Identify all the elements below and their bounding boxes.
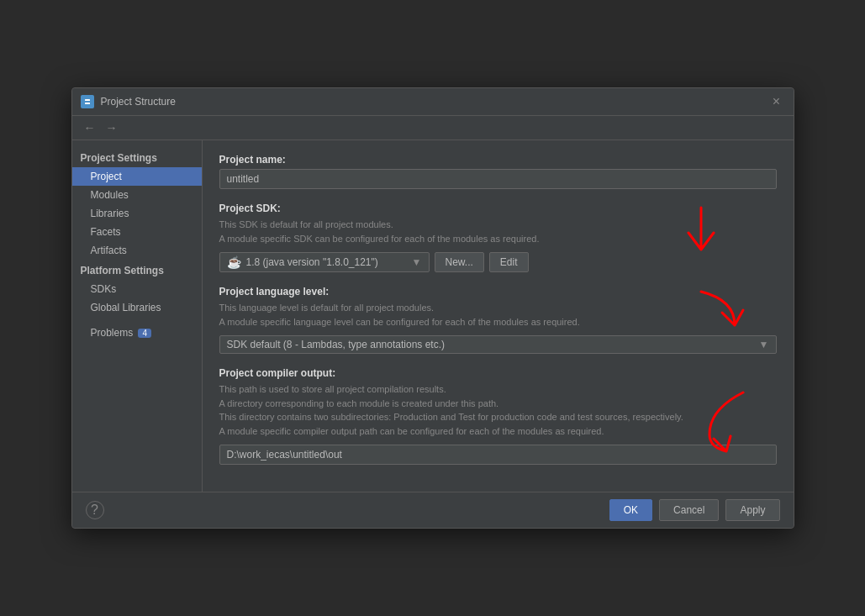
- title-bar-left: Project Structure: [81, 95, 176, 108]
- project-name-label: Project name:: [219, 154, 777, 166]
- compiler-output-desc: This path is used to store all project c…: [219, 382, 777, 438]
- project-name-section: Project name:: [219, 154, 777, 189]
- sidebar-item-sdks[interactable]: SDKs: [72, 280, 202, 298]
- project-lang-desc: This language level is default for all p…: [219, 301, 777, 329]
- project-name-input[interactable]: [219, 169, 777, 189]
- sidebar-item-global-libraries[interactable]: Global Libraries: [72, 298, 202, 317]
- app-icon: [81, 95, 94, 108]
- svg-rect-1: [85, 99, 90, 101]
- edit-sdk-button[interactable]: Edit: [489, 252, 529, 272]
- project-language-level-section: Project language level: This language le…: [219, 286, 777, 354]
- help-button[interactable]: ?: [86, 501, 104, 519]
- dialog-content: Project Settings Project Modules Librari…: [72, 140, 794, 492]
- sidebar-item-facets[interactable]: Facets: [72, 223, 202, 241]
- cancel-button[interactable]: Cancel: [659, 499, 719, 521]
- project-settings-heading: Project Settings: [72, 147, 202, 167]
- project-structure-dialog: Project Structure × ← → Project Settings…: [71, 87, 794, 529]
- project-lang-label: Project language level:: [219, 286, 777, 297]
- compiler-output-input[interactable]: [219, 445, 777, 465]
- sdk-value: 1.8 (java version "1.8.0_121"): [246, 256, 378, 268]
- sidebar-item-libraries[interactable]: Libraries: [72, 204, 202, 223]
- sdk-dropdown[interactable]: ☕ 1.8 (java version "1.8.0_121") ▼: [219, 252, 430, 272]
- svg-rect-0: [83, 97, 92, 106]
- apply-button[interactable]: Apply: [725, 499, 779, 521]
- language-level-dropdown[interactable]: SDK default (8 - Lambdas, type annotatio…: [219, 335, 777, 354]
- title-bar: Project Structure ×: [72, 88, 794, 116]
- forward-button[interactable]: →: [103, 119, 121, 136]
- project-sdk-desc: This SDK is default for all project modu…: [219, 218, 777, 245]
- platform-settings-heading: Platform Settings: [72, 260, 202, 280]
- sidebar: Project Settings Project Modules Librari…: [72, 140, 203, 492]
- lang-level-value: SDK default (8 - Lambdas, type annotatio…: [227, 339, 445, 350]
- lang-dropdown-arrow: ▼: [759, 339, 769, 350]
- back-button[interactable]: ←: [81, 119, 99, 136]
- sidebar-item-modules[interactable]: Modules: [72, 186, 202, 204]
- ok-button[interactable]: OK: [609, 499, 652, 521]
- new-sdk-button[interactable]: New...: [435, 252, 484, 272]
- project-sdk-label: Project SDK:: [219, 203, 777, 214]
- project-sdk-section: Project SDK: This SDK is default for all…: [219, 203, 777, 272]
- svg-rect-2: [85, 103, 90, 104]
- sdk-row: ☕ 1.8 (java version "1.8.0_121") ▼ New..…: [219, 252, 777, 272]
- sidebar-item-problems[interactable]: Problems 4: [72, 324, 202, 342]
- close-button[interactable]: ×: [768, 93, 785, 110]
- main-panel: Project name: Project SDK: This SDK is d…: [203, 140, 794, 492]
- toolbar: ← →: [72, 116, 794, 140]
- dialog-title: Project Structure: [101, 96, 176, 108]
- compiler-output-label: Project compiler output:: [219, 367, 777, 379]
- java-icon: ☕: [227, 255, 241, 269]
- sidebar-item-artifacts[interactable]: Artifacts: [72, 241, 202, 260]
- project-compiler-output-section: Project compiler output: This path is us…: [219, 367, 777, 465]
- sidebar-item-project[interactable]: Project: [72, 167, 202, 186]
- sdk-dropdown-arrow: ▼: [412, 256, 422, 268]
- footer: ? OK Cancel Apply: [72, 492, 794, 528]
- problems-badge: 4: [138, 329, 151, 338]
